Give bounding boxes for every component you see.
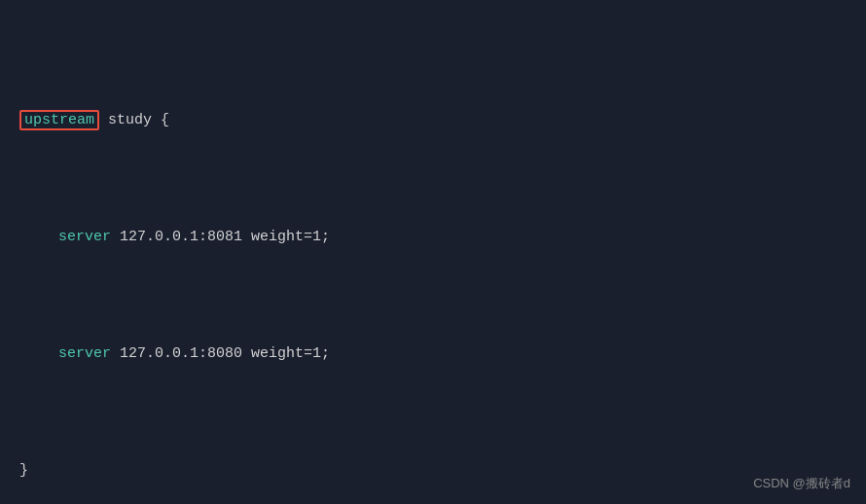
watermark: CSDN @搬砖者d — [753, 474, 850, 494]
line-1: upstream study { — [19, 109, 847, 132]
code-editor: upstream study { server 127.0.0.1:8081 w… — [0, 0, 866, 504]
line-4: } — [19, 459, 847, 483]
line-3: server 127.0.0.1:8080 weight=1; — [19, 342, 847, 366]
line-2: server 127.0.0.1:8081 weight=1; — [19, 226, 847, 249]
upstream-keyword: upstream — [19, 110, 99, 130]
